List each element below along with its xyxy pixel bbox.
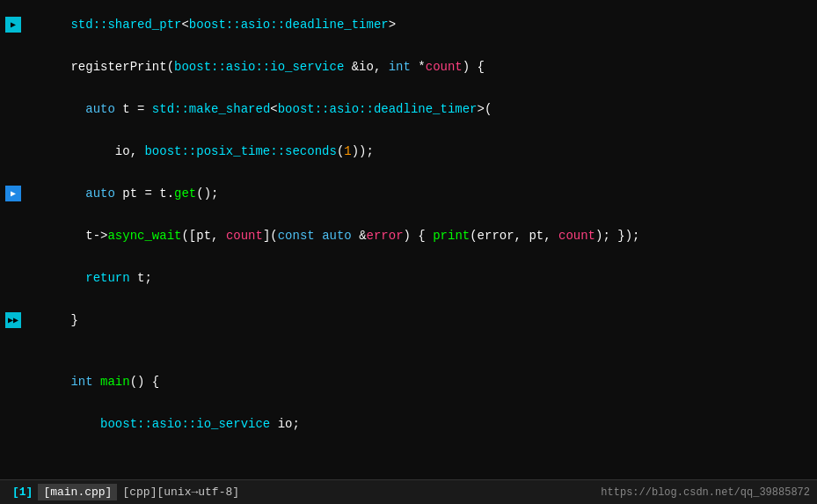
code-line: auto t = std::make_shared<boost::asio::d… bbox=[0, 88, 817, 130]
code-line bbox=[0, 341, 817, 361]
code-text: registerPrint(boost::asio::io_service &i… bbox=[26, 46, 813, 88]
code-editor[interactable]: ▶ std::shared_ptr<boost::asio::deadline_… bbox=[0, 0, 817, 479]
gutter-marker: ▶ bbox=[4, 17, 23, 33]
code-text: std::shared_ptr<boost::asio::deadline_ti… bbox=[26, 4, 813, 46]
code-line: return t; bbox=[0, 257, 817, 299]
code-line bbox=[0, 445, 817, 464]
status-website: https://blog.csdn.net/qq_39885872 bbox=[601, 486, 810, 499]
gutter-marker: ▶ bbox=[4, 186, 23, 201]
code-text: return t; bbox=[26, 257, 813, 299]
code-text: io, boost::posix_time::seconds(1)); bbox=[26, 130, 813, 172]
code-line: int main() { bbox=[0, 361, 817, 403]
code-line: boost::asio::io_service io; bbox=[0, 403, 817, 445]
code-text: } bbox=[26, 299, 813, 341]
code-text: boost::asio::io_service io; bbox=[26, 403, 813, 445]
code-line: registerPrint(boost::asio::io_service &i… bbox=[0, 46, 817, 88]
code-line: io, boost::posix_time::seconds(1)); bbox=[0, 130, 817, 172]
breakpoint-indicator: ▶ bbox=[5, 17, 21, 33]
status-filename: [main.cpp] bbox=[38, 484, 117, 500]
status-buffer-number: [1] bbox=[7, 484, 38, 500]
code-text: std::vector<int> v; bbox=[26, 464, 813, 479]
code-text: auto pt = t.get(); bbox=[26, 172, 813, 215]
gutter-marker: ▶▶ bbox=[4, 312, 23, 328]
code-line: t->async_wait([pt, count](const auto &er… bbox=[0, 215, 817, 257]
code-line: ▶ auto pt = t.get(); bbox=[0, 172, 817, 215]
code-line: ▶ std::shared_ptr<boost::asio::deadline_… bbox=[0, 4, 817, 46]
code-text: int main() { bbox=[26, 361, 813, 403]
breakpoint-indicator: ▶▶ bbox=[5, 312, 21, 328]
breakpoint-indicator: ▶ bbox=[5, 186, 21, 201]
code-text bbox=[26, 448, 813, 462]
status-filetype: [cpp][unix→utf-8] bbox=[117, 484, 244, 500]
status-bar: [1] [main.cpp] [cpp][unix→utf-8] https:/… bbox=[0, 479, 817, 504]
code-text bbox=[26, 344, 813, 358]
code-text: auto t = std::make_shared<boost::asio::d… bbox=[26, 88, 813, 130]
code-line: std::vector<int> v; bbox=[0, 464, 817, 479]
code-text: t->async_wait([pt, count](const auto &er… bbox=[26, 215, 813, 257]
code-line: ▶▶ } bbox=[0, 299, 817, 341]
